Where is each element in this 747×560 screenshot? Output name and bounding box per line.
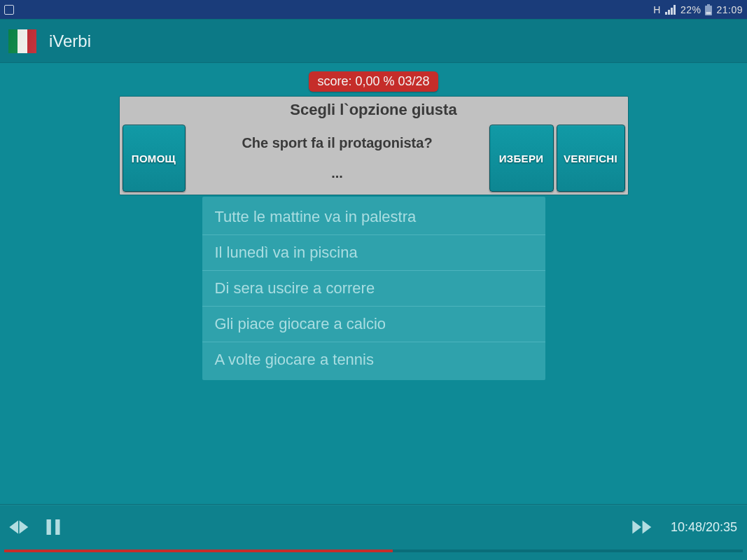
progress-bar[interactable]	[4, 550, 743, 552]
option-item[interactable]: Di sera uscire a correre	[202, 271, 545, 307]
network-indicator: H	[653, 4, 661, 15]
score-container: score: 0,00 % 03/28	[0, 71, 747, 92]
gallery-icon	[4, 5, 14, 15]
battery-text: 22%	[680, 4, 701, 15]
signal-icon	[665, 5, 676, 15]
app-title: iVerbi	[49, 31, 91, 51]
total-time: 20:35	[706, 520, 737, 534]
option-item[interactable]: A volte giocare a tennis	[202, 342, 545, 377]
pause-button[interactable]	[39, 513, 67, 541]
android-status-bar: H 22% 21:09	[0, 0, 747, 19]
battery-icon	[705, 4, 712, 15]
card-row: ПОМОЩ Che sport fa il protagonista? ... …	[120, 122, 628, 195]
question-box: Che sport fa il protagonista? ...	[188, 125, 487, 192]
option-item[interactable]: Il lunedì va in piscina	[202, 235, 545, 271]
score-badge: score: 0,00 % 03/28	[309, 71, 438, 92]
svg-rect-0	[706, 12, 711, 15]
forward-button[interactable]	[627, 513, 655, 541]
question-placeholder: ...	[331, 165, 343, 181]
verify-button[interactable]: VERIFICHI	[557, 125, 625, 192]
options-dropdown: Tutte le mattine va in palestra Il luned…	[202, 197, 545, 380]
progress-fill	[4, 550, 393, 552]
question-text: Che sport fa il protagonista?	[242, 135, 432, 151]
elapsed-time: 10:48	[671, 520, 702, 534]
action-bar: iVerbi	[0, 19, 747, 63]
rewind-button[interactable]	[4, 513, 32, 541]
option-item[interactable]: Tutte le mattine va in palestra	[202, 200, 545, 235]
player-controls: 10:48/20:35	[0, 505, 747, 550]
option-item[interactable]: Gli piace giocare a calcio	[202, 307, 545, 342]
status-left	[4, 5, 14, 15]
card-title: Scegli l`opzione giusta	[120, 97, 628, 122]
help-button[interactable]: ПОМОЩ	[123, 125, 186, 192]
question-card: Scegli l`opzione giusta ПОМОЩ Che sport …	[119, 96, 629, 195]
select-button[interactable]: ИЗБЕРИ	[489, 125, 554, 192]
status-right: H 22% 21:09	[653, 4, 743, 15]
italian-flag-icon	[8, 29, 36, 53]
player-time: 10:48/20:35	[671, 520, 737, 535]
clock-text: 21:09	[716, 4, 743, 15]
audio-player: 10:48/20:35	[0, 504, 747, 560]
